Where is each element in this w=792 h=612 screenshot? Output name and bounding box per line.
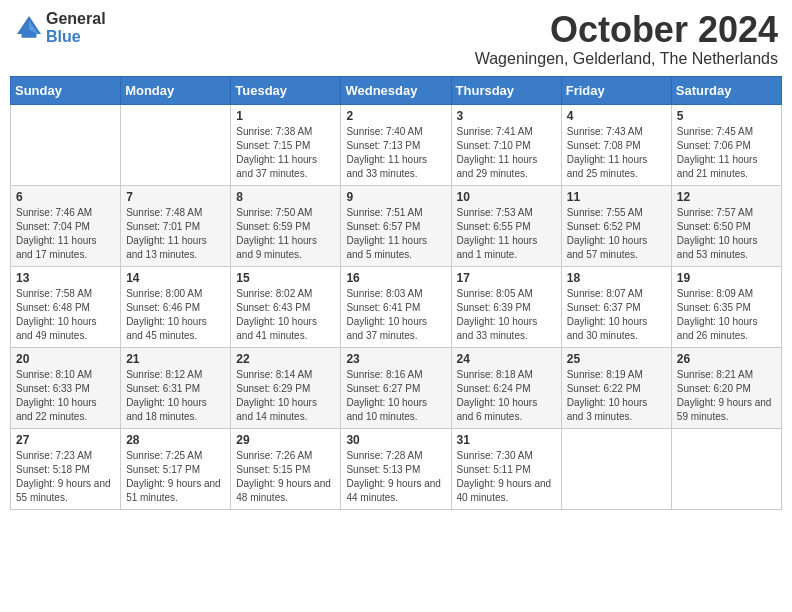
calendar-cell: 3Sunrise: 7:41 AMSunset: 7:10 PMDaylight… [451, 104, 561, 185]
day-info: Sunrise: 8:16 AMSunset: 6:27 PMDaylight:… [346, 368, 445, 424]
day-number: 7 [126, 190, 225, 204]
day-info: Sunrise: 8:19 AMSunset: 6:22 PMDaylight:… [567, 368, 666, 424]
weekday-header-thursday: Thursday [451, 76, 561, 104]
weekday-header-saturday: Saturday [671, 76, 781, 104]
calendar-cell: 7Sunrise: 7:48 AMSunset: 7:01 PMDaylight… [121, 185, 231, 266]
calendar-cell: 19Sunrise: 8:09 AMSunset: 6:35 PMDayligh… [671, 266, 781, 347]
calendar-week-5: 27Sunrise: 7:23 AMSunset: 5:18 PMDayligh… [11, 428, 782, 509]
calendar-cell: 17Sunrise: 8:05 AMSunset: 6:39 PMDayligh… [451, 266, 561, 347]
day-number: 3 [457, 109, 556, 123]
calendar-week-4: 20Sunrise: 8:10 AMSunset: 6:33 PMDayligh… [11, 347, 782, 428]
day-info: Sunrise: 8:02 AMSunset: 6:43 PMDaylight:… [236, 287, 335, 343]
day-number: 8 [236, 190, 335, 204]
day-number: 9 [346, 190, 445, 204]
day-number: 27 [16, 433, 115, 447]
day-info: Sunrise: 7:55 AMSunset: 6:52 PMDaylight:… [567, 206, 666, 262]
day-number: 15 [236, 271, 335, 285]
calendar-cell: 28Sunrise: 7:25 AMSunset: 5:17 PMDayligh… [121, 428, 231, 509]
logo-blue-text: Blue [46, 28, 106, 46]
day-info: Sunrise: 8:03 AMSunset: 6:41 PMDaylight:… [346, 287, 445, 343]
calendar-cell: 15Sunrise: 8:02 AMSunset: 6:43 PMDayligh… [231, 266, 341, 347]
day-number: 1 [236, 109, 335, 123]
day-info: Sunrise: 7:23 AMSunset: 5:18 PMDaylight:… [16, 449, 115, 505]
day-info: Sunrise: 7:45 AMSunset: 7:06 PMDaylight:… [677, 125, 776, 181]
day-info: Sunrise: 7:28 AMSunset: 5:13 PMDaylight:… [346, 449, 445, 505]
calendar-cell: 6Sunrise: 7:46 AMSunset: 7:04 PMDaylight… [11, 185, 121, 266]
day-info: Sunrise: 8:07 AMSunset: 6:37 PMDaylight:… [567, 287, 666, 343]
day-number: 25 [567, 352, 666, 366]
calendar-cell: 14Sunrise: 8:00 AMSunset: 6:46 PMDayligh… [121, 266, 231, 347]
day-number: 31 [457, 433, 556, 447]
location-subtitle: Wageningen, Gelderland, The Netherlands [475, 50, 778, 68]
day-info: Sunrise: 7:30 AMSunset: 5:11 PMDaylight:… [457, 449, 556, 505]
day-info: Sunrise: 8:18 AMSunset: 6:24 PMDaylight:… [457, 368, 556, 424]
day-number: 26 [677, 352, 776, 366]
day-info: Sunrise: 7:50 AMSunset: 6:59 PMDaylight:… [236, 206, 335, 262]
day-info: Sunrise: 7:48 AMSunset: 7:01 PMDaylight:… [126, 206, 225, 262]
calendar-cell: 8Sunrise: 7:50 AMSunset: 6:59 PMDaylight… [231, 185, 341, 266]
calendar-cell: 24Sunrise: 8:18 AMSunset: 6:24 PMDayligh… [451, 347, 561, 428]
logo-general-text: General [46, 10, 106, 28]
day-number: 4 [567, 109, 666, 123]
weekday-header-monday: Monday [121, 76, 231, 104]
day-number: 14 [126, 271, 225, 285]
calendar-cell: 10Sunrise: 7:53 AMSunset: 6:55 PMDayligh… [451, 185, 561, 266]
day-info: Sunrise: 8:21 AMSunset: 6:20 PMDaylight:… [677, 368, 776, 424]
day-number: 24 [457, 352, 556, 366]
calendar-cell: 29Sunrise: 7:26 AMSunset: 5:15 PMDayligh… [231, 428, 341, 509]
day-info: Sunrise: 7:41 AMSunset: 7:10 PMDaylight:… [457, 125, 556, 181]
calendar-cell: 22Sunrise: 8:14 AMSunset: 6:29 PMDayligh… [231, 347, 341, 428]
calendar-body: 1Sunrise: 7:38 AMSunset: 7:15 PMDaylight… [11, 104, 782, 509]
day-info: Sunrise: 7:25 AMSunset: 5:17 PMDaylight:… [126, 449, 225, 505]
calendar-cell: 20Sunrise: 8:10 AMSunset: 6:33 PMDayligh… [11, 347, 121, 428]
day-info: Sunrise: 7:26 AMSunset: 5:15 PMDaylight:… [236, 449, 335, 505]
calendar-cell: 4Sunrise: 7:43 AMSunset: 7:08 PMDaylight… [561, 104, 671, 185]
day-info: Sunrise: 8:00 AMSunset: 6:46 PMDaylight:… [126, 287, 225, 343]
day-info: Sunrise: 7:38 AMSunset: 7:15 PMDaylight:… [236, 125, 335, 181]
weekday-header-tuesday: Tuesday [231, 76, 341, 104]
calendar-cell: 5Sunrise: 7:45 AMSunset: 7:06 PMDaylight… [671, 104, 781, 185]
day-info: Sunrise: 7:40 AMSunset: 7:13 PMDaylight:… [346, 125, 445, 181]
day-info: Sunrise: 7:46 AMSunset: 7:04 PMDaylight:… [16, 206, 115, 262]
day-number: 12 [677, 190, 776, 204]
day-number: 16 [346, 271, 445, 285]
day-number: 17 [457, 271, 556, 285]
logo: General Blue [14, 10, 106, 45]
calendar-cell [671, 428, 781, 509]
calendar-cell: 23Sunrise: 8:16 AMSunset: 6:27 PMDayligh… [341, 347, 451, 428]
calendar-cell: 30Sunrise: 7:28 AMSunset: 5:13 PMDayligh… [341, 428, 451, 509]
calendar-cell [561, 428, 671, 509]
calendar-cell: 12Sunrise: 7:57 AMSunset: 6:50 PMDayligh… [671, 185, 781, 266]
day-number: 13 [16, 271, 115, 285]
day-info: Sunrise: 7:57 AMSunset: 6:50 PMDaylight:… [677, 206, 776, 262]
day-number: 23 [346, 352, 445, 366]
day-number: 30 [346, 433, 445, 447]
day-number: 18 [567, 271, 666, 285]
calendar-cell: 31Sunrise: 7:30 AMSunset: 5:11 PMDayligh… [451, 428, 561, 509]
calendar-cell [11, 104, 121, 185]
calendar-cell: 11Sunrise: 7:55 AMSunset: 6:52 PMDayligh… [561, 185, 671, 266]
calendar-cell: 25Sunrise: 8:19 AMSunset: 6:22 PMDayligh… [561, 347, 671, 428]
month-year-title: October 2024 [475, 10, 778, 50]
weekday-header-friday: Friday [561, 76, 671, 104]
day-number: 11 [567, 190, 666, 204]
calendar-cell: 21Sunrise: 8:12 AMSunset: 6:31 PMDayligh… [121, 347, 231, 428]
calendar-cell: 26Sunrise: 8:21 AMSunset: 6:20 PMDayligh… [671, 347, 781, 428]
day-number: 21 [126, 352, 225, 366]
calendar-header-row: SundayMondayTuesdayWednesdayThursdayFrid… [11, 76, 782, 104]
calendar-cell: 27Sunrise: 7:23 AMSunset: 5:18 PMDayligh… [11, 428, 121, 509]
calendar-header: General Blue October 2024 Wageningen, Ge… [10, 10, 782, 68]
weekday-header-sunday: Sunday [11, 76, 121, 104]
calendar-cell: 9Sunrise: 7:51 AMSunset: 6:57 PMDaylight… [341, 185, 451, 266]
day-number: 2 [346, 109, 445, 123]
day-info: Sunrise: 8:12 AMSunset: 6:31 PMDaylight:… [126, 368, 225, 424]
calendar-week-2: 6Sunrise: 7:46 AMSunset: 7:04 PMDaylight… [11, 185, 782, 266]
title-section: October 2024 Wageningen, Gelderland, The… [475, 10, 778, 68]
day-info: Sunrise: 8:14 AMSunset: 6:29 PMDaylight:… [236, 368, 335, 424]
calendar-cell: 18Sunrise: 8:07 AMSunset: 6:37 PMDayligh… [561, 266, 671, 347]
day-info: Sunrise: 7:43 AMSunset: 7:08 PMDaylight:… [567, 125, 666, 181]
calendar-week-1: 1Sunrise: 7:38 AMSunset: 7:15 PMDaylight… [11, 104, 782, 185]
day-number: 5 [677, 109, 776, 123]
logo-icon [14, 13, 44, 43]
day-info: Sunrise: 8:05 AMSunset: 6:39 PMDaylight:… [457, 287, 556, 343]
